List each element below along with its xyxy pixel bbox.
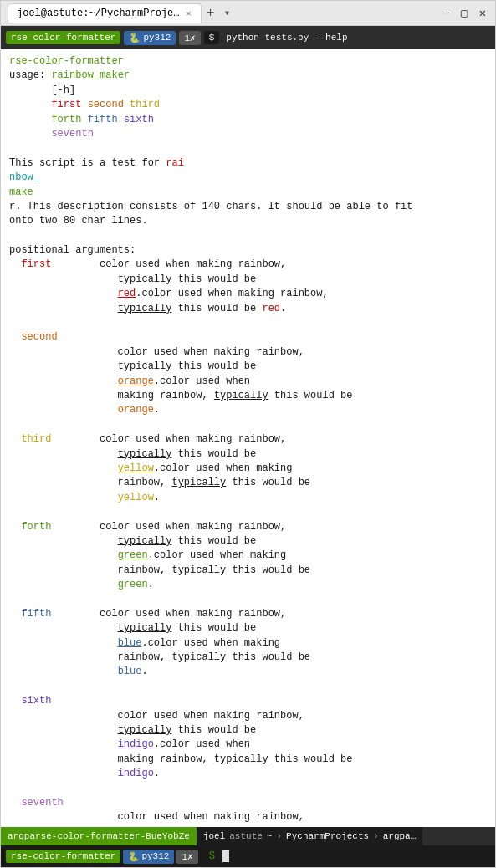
window: joel@astute:~/PycharmProje… ✕ + ▾ ─ ▢ ✕ …	[0, 0, 496, 868]
toolbar-path-label: rse-color-formatter	[11, 33, 115, 43]
toolbar-status-segment: 1✗	[179, 31, 200, 45]
orange-2: orange	[118, 404, 154, 416]
terminal-line: seventh	[9, 127, 487, 141]
terminal-line: color used when making rainbow,	[9, 345, 487, 360]
arg-first: first	[51, 99, 81, 110]
yellow-u-1: yellow	[118, 462, 154, 474]
minimize-button[interactable]: ─	[440, 8, 452, 19]
typically-4: typically	[214, 390, 268, 401]
terminal-line	[9, 316, 487, 330]
statusbar-arrow: ›	[276, 831, 282, 841]
prompt-status-label: 1✗	[182, 851, 192, 862]
terminal-line: green.color used when making	[9, 549, 487, 563]
terminal-line: typically this would be	[9, 360, 487, 374]
typically-11: typically	[118, 724, 172, 736]
terminal-line: rainbow, typically this would be	[9, 564, 487, 578]
typically-12: typically	[214, 753, 268, 765]
terminal-line: usage: rainbow_maker	[9, 69, 487, 83]
terminal-line: yellow.color used when making	[9, 462, 487, 476]
statusbar-path-segment: argparse-color-formatter-BueYobZe	[1, 827, 197, 845]
toolbar-dollar-segment: $	[204, 31, 220, 44]
arg-fifth: fifth	[88, 114, 118, 125]
toolbar-python-segment: 🐍 py312	[124, 31, 176, 45]
terminal-line: rainbow, typically this would be	[9, 476, 487, 490]
window-controls: ─ ▢ ✕	[440, 8, 488, 19]
statusbar-user-label: joel	[203, 831, 225, 841]
inline-color-1: rai	[166, 157, 184, 169]
prompt-status-segment: 1✗	[176, 850, 197, 864]
terminal-line: [-h]	[9, 84, 487, 98]
terminal-line: rainbow, typically this would be	[9, 651, 487, 665]
prompt-dollar-segment: $	[201, 849, 220, 864]
terminal-line: making rainbow, typically this would be	[9, 753, 487, 767]
typically-7: typically	[118, 535, 172, 547]
green-u-1: green	[118, 549, 148, 561]
maximize-button[interactable]: ▢	[458, 8, 470, 19]
python-icon: 🐍	[129, 33, 141, 43]
terminal-line: color used when making rainbow,	[9, 810, 487, 825]
terminal-line: typically this would be	[9, 534, 487, 549]
tab-close-button[interactable]: ✕	[184, 9, 192, 18]
terminal-content[interactable]: rse-color-formatter usage: rainbow_maker…	[1, 49, 495, 827]
pos-first: first	[21, 258, 51, 270]
terminal-line: second	[9, 330, 487, 345]
indigo-2: indigo	[118, 768, 154, 779]
statusbar-current: argpa…	[383, 831, 417, 841]
terminal-line: red.color used when making rainbow,	[9, 287, 487, 301]
red-2: red	[262, 303, 280, 314]
prompt-path-label: rse-color-formatter	[11, 851, 115, 861]
tab[interactable]: joel@astute:~/PycharmProje… ✕	[8, 3, 202, 23]
arg-third: third	[130, 99, 160, 110]
statusbar-sep1: astute	[229, 831, 263, 841]
terminal-line: blue.color used when making	[9, 636, 487, 651]
pos-fifth: fifth	[21, 608, 51, 620]
typically-10: typically	[171, 651, 226, 663]
terminal-line: indigo.	[9, 767, 487, 781]
close-button[interactable]: ✕	[477, 8, 488, 19]
cmd-name: rse-color-formatter	[9, 55, 124, 67]
statusbar-user-segment: joel astute ~ › PycharmProjects › argpa…	[197, 827, 422, 845]
prompt-path-segment: rse-color-formatter	[6, 850, 120, 863]
pos-forth: forth	[21, 521, 51, 533]
typically-9: typically	[118, 622, 172, 634]
statusbar: argparse-color-formatter-BueYobZe joel a…	[1, 827, 495, 845]
terminal-line: orange.color used when	[9, 375, 487, 389]
terminal-line: yellow.	[9, 491, 487, 505]
indigo-u-1: indigo	[118, 738, 154, 750]
typically-5: typically	[118, 448, 172, 460]
new-tab-button[interactable]: +	[202, 5, 218, 22]
terminal-line: sixth	[9, 694, 487, 708]
yellow-2: yellow	[118, 492, 154, 503]
tab-dropdown-button[interactable]: ▾	[218, 5, 235, 22]
terminal-line: color used when making rainbow,	[9, 709, 487, 723]
terminal-line: seventh	[9, 796, 487, 810]
statusbar-project: PycharmProjects	[286, 831, 369, 841]
terminal-line: orange.	[9, 403, 487, 417]
terminal-line: make	[9, 186, 487, 200]
typically-3: typically	[118, 360, 172, 372]
terminal-line	[9, 141, 487, 156]
arg-second: second	[88, 99, 124, 110]
terminal-line: typically this would be	[9, 621, 487, 636]
terminal-line	[9, 418, 487, 432]
arg-sixth: sixth	[124, 114, 154, 125]
tab-label: joel@astute:~/PycharmProje…	[17, 8, 179, 19]
green-2: green	[118, 579, 148, 590]
toolbar-command: python tests.py --help	[226, 33, 347, 43]
orange-u-1: orange	[118, 375, 154, 387]
titlebar: joel@astute:~/PycharmProje… ✕ + ▾ ─ ▢ ✕	[1, 1, 495, 26]
terminal-line: indigo.color used when	[9, 738, 487, 752]
terminal-line: first color used when making rainbow,	[9, 258, 487, 272]
terminal-line: positional arguments:	[9, 243, 487, 258]
terminal-line	[9, 592, 487, 606]
typically-1: typically	[118, 273, 172, 285]
arg-forth: forth	[51, 114, 81, 125]
toolbar: rse-color-formatter 🐍 py312 1✗ $ python …	[1, 26, 495, 49]
promptbar: rse-color-formatter 🐍 py312 1✗ $	[1, 845, 495, 867]
terminal-line: forth color used when making rainbow,	[9, 520, 487, 534]
terminal-line: making rainbow, typically this would be	[9, 389, 487, 403]
terminal-line: rse-color-formatter	[9, 54, 487, 69]
terminal-line	[9, 505, 487, 519]
terminal-line	[9, 680, 487, 694]
prompt-dollar-label: $	[209, 850, 215, 862]
